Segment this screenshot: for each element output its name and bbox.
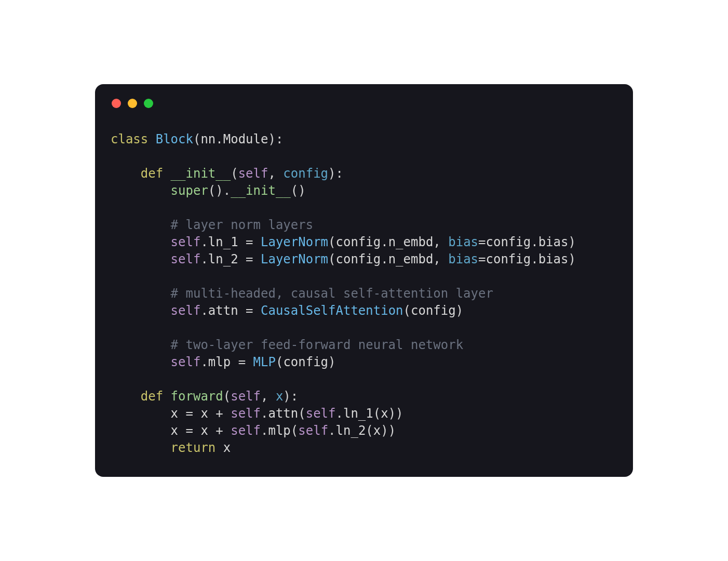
code-token: self <box>306 406 336 421</box>
code-token: config <box>411 303 456 318</box>
code-token: bias <box>538 235 569 249</box>
code-token: = <box>178 423 200 438</box>
code-token: config <box>336 252 381 266</box>
code-token: )) <box>381 423 396 438</box>
code-token: ( <box>276 355 283 369</box>
code-line: # layer norm layers <box>111 217 617 234</box>
code-token: ( <box>328 235 335 249</box>
code-token: self <box>171 355 201 369</box>
code-token: ): <box>283 389 298 404</box>
code-token: MLP <box>253 355 276 369</box>
code-token: + <box>208 423 231 438</box>
code-token: , <box>433 235 448 249</box>
code-token: ( <box>366 423 373 438</box>
code-token: attn <box>208 303 238 318</box>
code-line: self.attn = CausalSelfAttention(config) <box>111 302 617 319</box>
code-line: def __init__(self, config): <box>111 165 617 182</box>
code-token: = <box>238 252 261 266</box>
code-token: self <box>231 389 261 404</box>
code-token: forward <box>171 389 223 404</box>
code-token: . <box>200 252 208 266</box>
code-token <box>111 440 171 455</box>
code-token: config <box>486 235 531 249</box>
code-token: . <box>381 252 388 266</box>
code-line <box>111 148 617 165</box>
code-token <box>111 252 171 266</box>
code-token: nn <box>200 132 215 146</box>
code-line: self.ln_2 = LayerNorm(config.n_embd, bia… <box>111 251 617 268</box>
code-token: ( <box>291 423 298 438</box>
code-token <box>111 389 141 404</box>
code-token: , <box>261 389 276 404</box>
code-token: x <box>381 406 388 421</box>
code-token: self <box>171 235 201 249</box>
code-token <box>111 406 171 421</box>
code-token: x <box>171 406 178 421</box>
code-token: ): <box>328 166 343 181</box>
code-line: return x <box>111 439 617 457</box>
code-token: ) <box>456 303 463 318</box>
code-token: x <box>276 389 283 404</box>
code-token: config <box>336 235 381 249</box>
code-token: config <box>283 166 328 181</box>
code-line: self.ln_1 = LayerNorm(config.n_embd, bia… <box>111 234 617 251</box>
code-token: = <box>238 235 261 249</box>
window-titlebar <box>111 98 617 108</box>
code-token: self <box>231 423 261 438</box>
code-token: , <box>433 252 448 266</box>
code-token: self <box>298 423 328 438</box>
code-token: ( <box>298 406 305 421</box>
minimize-button[interactable] <box>128 99 137 108</box>
code-token: ( <box>373 406 381 421</box>
code-line <box>111 268 617 285</box>
code-token: . <box>200 303 208 318</box>
code-token: . <box>531 235 538 249</box>
code-token: + <box>208 406 231 421</box>
code-line <box>111 199 617 217</box>
code-token: ( <box>328 252 335 266</box>
code-line <box>111 319 617 337</box>
code-token: ln_2 <box>336 423 366 438</box>
code-token: (). <box>208 183 231 198</box>
code-token: , <box>268 166 283 181</box>
code-token: = <box>231 355 253 369</box>
code-token: . <box>328 423 335 438</box>
code-token: ( <box>223 389 231 404</box>
code-token: )) <box>388 406 403 421</box>
code-token: . <box>381 235 388 249</box>
code-token: = <box>238 303 261 318</box>
code-token <box>111 218 171 232</box>
code-token: Block <box>156 132 193 146</box>
code-token: . <box>200 235 208 249</box>
close-button[interactable] <box>112 99 121 108</box>
code-token: = <box>478 235 486 249</box>
code-token: bias <box>448 235 478 249</box>
code-token: x <box>200 406 208 421</box>
code-token: . <box>531 252 538 266</box>
code-token: ( <box>193 132 200 146</box>
code-token: ): <box>268 132 283 146</box>
code-editor[interactable]: class Block(nn.Module): def __init__(sel… <box>111 131 617 457</box>
code-line: def forward(self, x): <box>111 388 617 405</box>
code-token <box>111 183 171 198</box>
code-token: ) <box>568 235 575 249</box>
code-token: self <box>238 166 268 181</box>
code-token: ln_1 <box>208 235 238 249</box>
code-line: # two-layer feed-forward neural network <box>111 337 617 354</box>
maximize-button[interactable] <box>144 99 153 108</box>
code-token: mlp <box>208 355 231 369</box>
code-token: self <box>171 303 201 318</box>
code-token: CausalSelfAttention <box>261 303 403 318</box>
code-token: def <box>141 389 171 404</box>
code-token <box>111 286 171 301</box>
code-token <box>111 355 171 369</box>
code-token: () <box>291 183 306 198</box>
code-token: config <box>486 252 531 266</box>
code-token: n_embd <box>388 252 434 266</box>
code-token: . <box>215 132 223 146</box>
code-line: super().__init__() <box>111 182 617 199</box>
code-token: x <box>373 423 381 438</box>
code-window: class Block(nn.Module): def __init__(sel… <box>95 84 633 477</box>
code-line: class Block(nn.Module): <box>111 131 617 148</box>
code-token: LayerNorm <box>261 235 328 249</box>
